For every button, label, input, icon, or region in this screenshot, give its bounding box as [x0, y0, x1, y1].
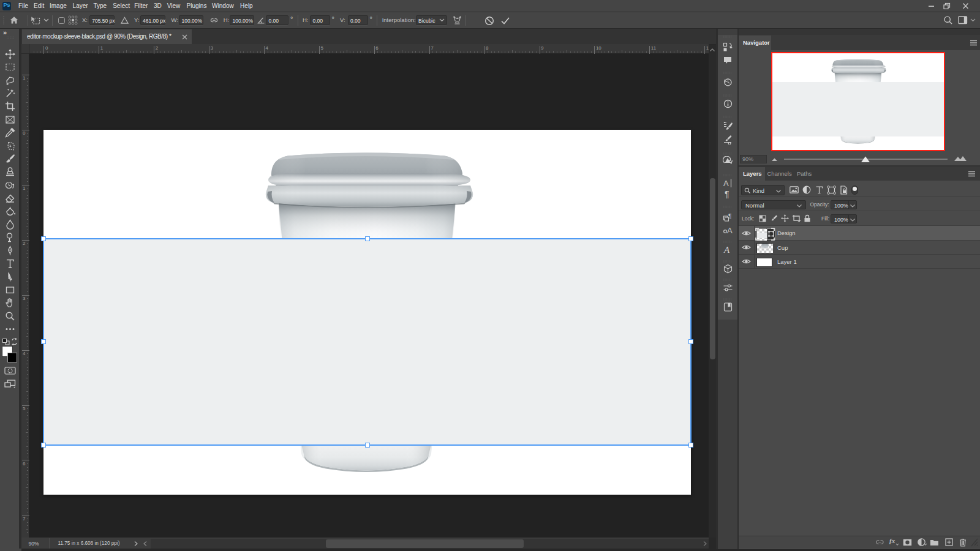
svg-text:A: A [727, 226, 733, 235]
svg-text:A: A [723, 179, 729, 188]
svg-text:¶: ¶ [725, 189, 729, 199]
svg-text:¶: ¶ [728, 213, 731, 220]
svg-text:A: A [723, 245, 730, 255]
